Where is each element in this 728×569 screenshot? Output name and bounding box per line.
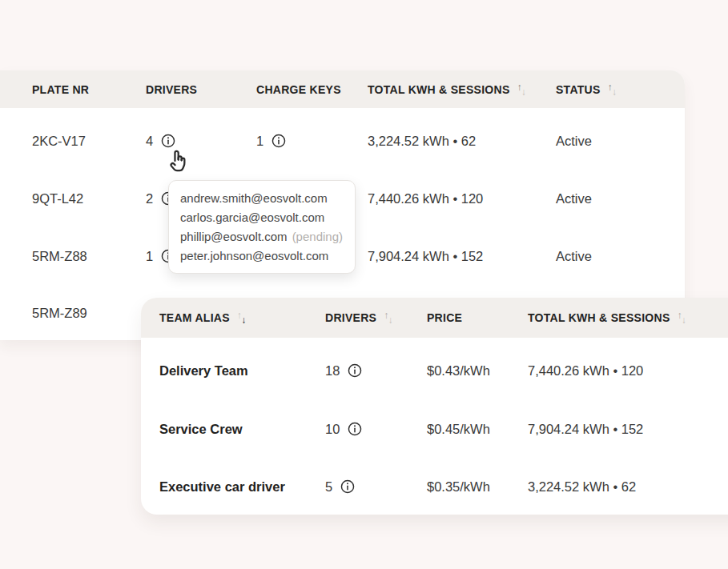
info-icon[interactable] — [161, 134, 175, 148]
teams-table-header: TEAM ALIAS ↑ ↓ DRIVERS ↑ ↓ PRICE TOTAL K… — [141, 298, 728, 338]
total-kwh-cell: 3,224.52 kWh • 62 — [368, 130, 476, 151]
total-kwh-cell: 7,440.26 kWh • 120 — [528, 360, 643, 381]
hand-cursor-icon — [164, 147, 191, 174]
sort-icon[interactable]: ↑ ↓ — [678, 313, 687, 323]
info-icon[interactable] — [271, 134, 286, 148]
sort-icon[interactable]: ↑ ↓ — [237, 313, 247, 323]
status-cell: Active — [556, 188, 592, 209]
driver-email: andrew.smith@eosvolt.com — [180, 189, 328, 208]
drivers-email-tooltip: andrew.smith@eosvolt.com carlos.garcia@e… — [168, 180, 356, 274]
column-header-drivers: DRIVERS — [146, 70, 197, 108]
column-header-total-kwh[interactable]: TOTAL KWH & SESSIONS ↑ ↓ — [368, 70, 526, 108]
column-header-charge-keys: CHARGE KEYS — [256, 70, 341, 108]
sort-desc-arrow: ↓ — [521, 87, 526, 97]
status-cell: Active — [556, 246, 592, 266]
sort-icon[interactable]: ↑ ↓ — [517, 85, 527, 94]
drivers-cell: 10 — [325, 419, 362, 439]
team-alias-cell: Service Crew — [159, 419, 243, 439]
total-kwh-cell: 7,904.24 kWh • 152 — [368, 246, 483, 266]
tooltip-email-line: phillip@eosvolt.com (pending) — [180, 227, 344, 246]
price-cell: $0.35/kWh — [427, 476, 490, 497]
table-row: Delivery Team 18 $0.43/kWh 7,440.26 kWh … — [141, 360, 728, 381]
driver-email: carlos.garcia@eosvolt.com — [180, 208, 324, 227]
sort-desc-arrow: ↓ — [241, 315, 246, 325]
drivers-cell: 5 — [325, 476, 355, 497]
column-header-plate-nr: PLATE NR — [32, 70, 89, 108]
teams-table-card: TEAM ALIAS ↑ ↓ DRIVERS ↑ ↓ PRICE TOTAL K… — [141, 298, 728, 515]
column-header-total-kwh[interactable]: TOTAL KWH & SESSIONS ↑ ↓ — [528, 298, 686, 338]
plate-cell: 2KC-V17 — [32, 130, 86, 151]
info-icon[interactable] — [348, 422, 362, 436]
drivers-cell: 18 — [325, 360, 362, 381]
tooltip-email-line: peter.johnson@eosvolt.com — [180, 246, 344, 266]
price-cell: $0.45/kWh — [427, 419, 490, 439]
column-header-drivers[interactable]: DRIVERS ↑ ↓ — [325, 298, 393, 338]
driver-email: peter.johnson@eosvolt.com — [180, 246, 328, 266]
page: PLATE NR DRIVERS CHARGE KEYS TOTAL KWH &… — [0, 0, 728, 569]
table-row: Service Crew 10 $0.45/kWh 7,904.24 kWh •… — [141, 419, 728, 439]
plate-cell: 9QT-L42 — [32, 188, 83, 209]
table-row: 2KC-V17 4 1 3,224.52 kWh • 62 Active — [0, 130, 685, 151]
sort-icon[interactable]: ↑ ↓ — [384, 313, 393, 323]
total-kwh-cell: 7,440.26 kWh • 120 — [368, 188, 483, 209]
sort-desc-arrow: ↓ — [682, 315, 686, 325]
sort-desc-arrow: ↓ — [612, 87, 617, 97]
total-kwh-cell: 3,224.52 kWh • 62 — [528, 476, 636, 497]
plate-cell: 5RM-Z88 — [32, 246, 87, 266]
driver-email: phillip@eosvolt.com — [180, 227, 288, 246]
status-cell: Active — [556, 130, 592, 151]
tooltip-email-line: carlos.garcia@eosvolt.com — [180, 208, 344, 227]
price-cell: $0.43/kWh — [427, 360, 490, 381]
total-kwh-cell: 7,904.24 kWh • 152 — [528, 419, 643, 439]
team-alias-cell: Executive car driver — [159, 476, 285, 497]
column-header-status[interactable]: STATUS ↑ ↓ — [556, 70, 617, 108]
charge-keys-cell: 1 — [256, 130, 286, 151]
info-icon[interactable] — [340, 479, 355, 494]
vehicles-table-header: PLATE NR DRIVERS CHARGE KEYS TOTAL KWH &… — [0, 70, 685, 108]
team-alias-cell: Delivery Team — [159, 360, 248, 381]
column-header-team-alias[interactable]: TEAM ALIAS ↑ ↓ — [159, 298, 246, 338]
info-icon[interactable] — [348, 363, 362, 378]
pending-label: (pending) — [292, 227, 343, 246]
sort-desc-arrow: ↓ — [388, 315, 392, 325]
column-header-price: PRICE — [427, 298, 462, 338]
sort-icon[interactable]: ↑ ↓ — [608, 85, 617, 94]
tooltip-email-line: andrew.smith@eosvolt.com — [180, 189, 344, 208]
table-row: Executive car driver 5 $0.35/kWh 3,224.5… — [141, 476, 728, 497]
plate-cell: 5RM-Z89 — [32, 303, 87, 323]
